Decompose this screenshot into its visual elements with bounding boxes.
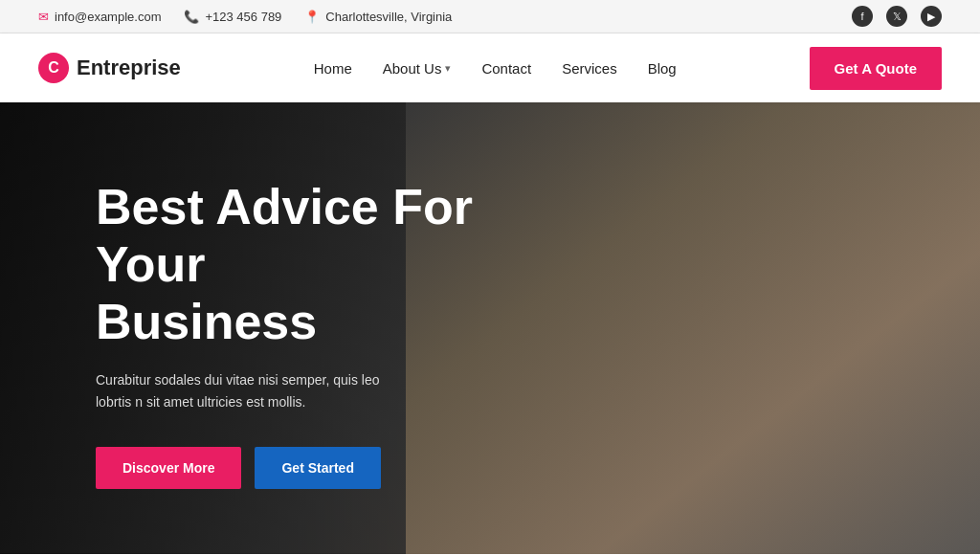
hero-subtitle: Curabitur sodales dui vitae nisi semper,… [96,369,402,412]
get-quote-button[interactable]: Get A Quote [810,47,942,90]
nav-link-services[interactable]: Services [562,60,617,77]
nav-link-blog[interactable]: Blog [648,60,677,77]
nav-link-contact[interactable]: Contact [481,60,531,77]
location-text: Charlottesville, Virginia [325,10,452,24]
logo-icon: C [38,53,69,83]
nav-item-contact[interactable]: Contact [481,60,531,77]
phone-text: +123 456 789 [205,10,281,24]
nav-item-home[interactable]: Home [314,60,352,77]
nav-item-blog[interactable]: Blog [648,60,677,77]
nav-link-about[interactable]: About Us ▾ [383,60,452,77]
logo[interactable]: C Entreprise [38,53,181,83]
social-links: f 𝕏 ▶ [852,6,942,27]
hero-content: Best Advice For Your Business Curabitur … [0,102,517,489]
youtube-icon[interactable]: ▶ [921,6,942,27]
logo-text: Entreprise [77,56,181,80]
phone-icon: 📞 [184,10,199,24]
email-text: info@example.com [55,10,161,24]
discover-more-button[interactable]: Discover More [96,447,241,489]
nav-links: Home About Us ▾ Contact Services Blog [314,60,677,77]
hero-title: Best Advice For Your Business [96,179,479,350]
twitter-icon[interactable]: 𝕏 [886,6,907,27]
location-item: 📍 Charlottesville, Virginia [304,10,452,24]
nav-link-home[interactable]: Home [314,60,352,77]
hero-buttons: Discover More Get Started [96,447,479,489]
nav-item-services[interactable]: Services [562,60,617,77]
top-bar-contact: ✉ info@example.com 📞 +123 456 789 📍 Char… [38,10,452,24]
get-started-button[interactable]: Get Started [255,447,380,489]
about-chevron-icon: ▾ [445,62,451,75]
location-icon: 📍 [304,10,320,24]
navbar: C Entreprise Home About Us ▾ Contact Ser… [0,33,980,102]
email-icon: ✉ [38,10,49,24]
facebook-icon[interactable]: f [852,6,873,27]
email-item: ✉ info@example.com [38,10,161,24]
phone-item: 📞 +123 456 789 [184,10,281,24]
nav-item-about[interactable]: About Us ▾ [383,60,452,77]
hero-section: Best Advice For Your Business Curabitur … [0,102,980,554]
top-bar: ✉ info@example.com 📞 +123 456 789 📍 Char… [0,0,980,33]
